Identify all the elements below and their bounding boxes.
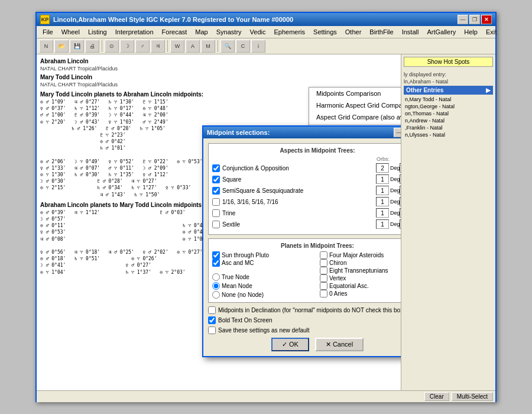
- menu-help[interactable]: Help: [460, 27, 481, 37]
- menu-artgallery[interactable]: ArtGallery: [423, 27, 459, 37]
- dialog-minimize[interactable]: —: [394, 128, 401, 137]
- aspect-trine-deg[interactable]: [376, 208, 389, 218]
- toolbar: N 📂 💾 🖨 ⊙ ☽ ♂ ♃ W A M 🔍 C i: [37, 38, 495, 54]
- save-default-row: Save these settings as new default: [208, 326, 401, 334]
- planet-ascmc-cb[interactable]: [212, 259, 220, 267]
- entry-0[interactable]: n,Mary Todd - Natal: [404, 96, 493, 103]
- planet-transnep-cb[interactable]: [320, 267, 327, 274]
- tb-sep3: [218, 40, 218, 52]
- planet-aries-cb[interactable]: [320, 290, 327, 297]
- entry-1[interactable]: ngton,George - Natal: [404, 103, 493, 110]
- tb-chart3[interactable]: ♂: [135, 40, 150, 53]
- tb-calc[interactable]: C: [236, 40, 250, 53]
- declination-cb[interactable]: [208, 306, 216, 314]
- aspect-trine-deg-label: Deg: [390, 210, 400, 216]
- menu-exit[interactable]: Exit: [482, 27, 500, 37]
- aspect-square-checkbox[interactable]: [212, 176, 220, 183]
- minimize-button[interactable]: —: [458, 15, 468, 24]
- aspect-sextile-deg[interactable]: [376, 219, 389, 229]
- tb-print[interactable]: 🖨: [85, 40, 99, 53]
- tb-info[interactable]: i: [251, 40, 265, 53]
- bold-cb[interactable]: [208, 316, 216, 324]
- tb-new[interactable]: N: [39, 40, 53, 53]
- menu-settings[interactable]: Settings: [310, 27, 340, 37]
- entry-5[interactable]: n,Ulysses - Natal: [404, 131, 493, 138]
- tb-search[interactable]: 🔍: [220, 40, 235, 53]
- planet-ascmc-label: Asc and MC: [222, 260, 254, 266]
- dropdown-harmonic-aspect[interactable]: Harmonic Aspect Grid Compare: [309, 99, 401, 111]
- dropdown-aspect-grid[interactable]: Aspect Grid Compare (also available in B…: [309, 111, 401, 123]
- aspect-conj-min[interactable]: [400, 163, 401, 173]
- right-panel: Show Hot Spots ly displayed entry: ln,Ab…: [401, 54, 495, 390]
- clear-button[interactable]: Clear: [424, 392, 449, 401]
- aspect-row-semi: SemiSquare & Sesquiquadrate Deg Min: [212, 186, 401, 195]
- aspect-semi-checkbox[interactable]: [212, 187, 220, 195]
- menu-forecast[interactable]: Forecast: [158, 27, 191, 37]
- tb-chart1[interactable]: ⊙: [105, 40, 119, 53]
- aspect-sextile-checkbox[interactable]: [212, 221, 220, 228]
- planet-vertex-cb[interactable]: [320, 274, 327, 282]
- bold-row: Bold Text On Screen: [208, 316, 401, 324]
- tb-chart2[interactable]: ☽: [120, 40, 134, 53]
- aspect-sextile-min[interactable]: [400, 219, 401, 229]
- aspect-sixteenth-deg[interactable]: [376, 197, 389, 206]
- node-true-label: True Node: [222, 274, 249, 280]
- ok-button[interactable]: ✓ OK: [271, 338, 309, 351]
- entry-4[interactable]: ,Franklin - Natal: [404, 124, 493, 131]
- aspect-semi-deg[interactable]: [376, 186, 389, 195]
- menu-ephemeris[interactable]: Ephemeris: [270, 27, 309, 37]
- aspect-sixteenth-min[interactable]: [400, 197, 401, 206]
- tb-chart4[interactable]: ♃: [151, 40, 165, 53]
- aspect-semi-deg-label: Deg: [390, 187, 400, 193]
- planet-sunpluto-cb[interactable]: [212, 251, 220, 259]
- menu-file[interactable]: File: [39, 27, 57, 37]
- save-default-cb[interactable]: [208, 326, 216, 334]
- aspect-conj-label: Conjunction & Opposition: [222, 165, 376, 172]
- planet-asteroids-cb[interactable]: [320, 251, 327, 259]
- menu-map[interactable]: Map: [192, 27, 211, 37]
- aspect-row-trine: Trine Deg Min: [212, 208, 401, 218]
- main-window: KP Lincoln,Abraham Wheel Style IGC Keple…: [35, 12, 497, 402]
- aspect-conj-checkbox[interactable]: [212, 164, 220, 172]
- other-entries-label: Other Entries: [406, 87, 443, 93]
- dropdown-midpoints-comparison[interactable]: Midpoints Comparison: [309, 88, 401, 99]
- orbs-header: Orbs: Deg Min: [377, 156, 401, 162]
- aspect-semi-min[interactable]: [400, 186, 401, 195]
- planet-chiron-cb[interactable]: [320, 259, 327, 267]
- tb-save[interactable]: 💾: [70, 40, 84, 53]
- tb-wheel[interactable]: W: [170, 40, 184, 53]
- node-true-radio[interactable]: [212, 273, 220, 281]
- tb-aspect[interactable]: A: [186, 40, 200, 53]
- aspect-square-deg-label: Deg: [390, 176, 400, 182]
- node-none-radio[interactable]: [212, 291, 220, 299]
- menu-wheel[interactable]: Wheel: [58, 27, 83, 37]
- entry-3[interactable]: n,Andrew - Natal: [404, 117, 493, 124]
- planet-eqasc-cb[interactable]: [320, 282, 327, 290]
- entry-2[interactable]: on,Thomas - Natal: [404, 110, 493, 117]
- restore-button[interactable]: ❐: [469, 15, 480, 24]
- menu-vedic[interactable]: Vedic: [246, 27, 270, 37]
- node-mean-radio[interactable]: [212, 282, 220, 290]
- menu-listing[interactable]: Listing: [85, 27, 111, 37]
- hot-spots-button[interactable]: Show Hot Spots: [404, 57, 493, 67]
- node-radio-group: True Node Mean Node None (no Node): [212, 273, 315, 299]
- menu-install[interactable]: Install: [398, 27, 423, 37]
- menu-other[interactable]: Other: [342, 27, 365, 37]
- tb-midpt[interactable]: M: [201, 40, 215, 53]
- menu-birthfile[interactable]: BirthFile: [366, 27, 397, 37]
- node-none-row: None (no Node): [212, 291, 315, 299]
- cancel-button[interactable]: ✕ Cancel: [315, 338, 364, 351]
- aspect-conj-deg[interactable]: [376, 163, 389, 173]
- menu-interpretation[interactable]: Interpretation: [112, 27, 157, 37]
- close-button[interactable]: ✕: [481, 15, 492, 24]
- tb-open[interactable]: 📂: [54, 40, 69, 53]
- menu-synastry[interactable]: Synastry: [213, 27, 245, 37]
- aspect-sixteenth-checkbox[interactable]: [212, 198, 220, 206]
- aspect-square-deg[interactable]: [376, 174, 389, 184]
- aspect-trine-min[interactable]: [400, 208, 401, 218]
- aspect-sixteenth-deg-label: Deg: [390, 199, 400, 205]
- window-title: Lincoln,Abraham Wheel Style IGC Kepler 7…: [53, 16, 293, 23]
- aspect-trine-checkbox[interactable]: [212, 209, 220, 217]
- multiselect-button[interactable]: Multi-Select: [452, 392, 493, 401]
- aspect-square-min[interactable]: [400, 174, 401, 184]
